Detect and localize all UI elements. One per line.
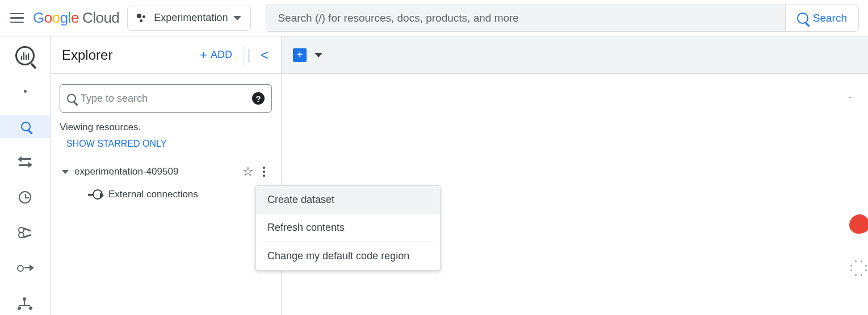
resource-tree: experimentation-409509 ☆ External connec… — [60, 160, 272, 206]
external-connections-icon — [93, 189, 103, 200]
decor-dot — [849, 97, 851, 98]
explorer-panel: Explorer + ADD ⎸< ? Viewing resources. S… — [50, 36, 282, 315]
external-label: External connections — [108, 189, 198, 200]
project-icon — [137, 13, 148, 24]
rail-dot-icon[interactable] — [0, 80, 50, 102]
star-icon[interactable]: ☆ — [242, 164, 254, 179]
tab-menu-icon[interactable] — [315, 53, 322, 57]
rail-bigquery-icon[interactable] — [0, 44, 50, 67]
search-button-label: Search — [813, 12, 847, 24]
new-tab-button[interactable]: + — [293, 48, 307, 62]
nav-rail — [0, 36, 50, 315]
global-search-button[interactable]: Search — [785, 5, 858, 31]
explorer-body: ? Viewing resources. SHOW STARRED ONLY e… — [51, 74, 281, 206]
explorer-header: Explorer + ADD ⎸< — [51, 36, 281, 74]
body: Explorer + ADD ⎸< ? Viewing resources. S… — [0, 36, 868, 315]
plus-icon: + — [200, 48, 207, 63]
tree-external-row[interactable]: External connections — [60, 183, 272, 206]
brand-cloud-text: Cloud — [82, 9, 119, 27]
expand-icon — [62, 170, 69, 174]
decor-red-blob — [849, 214, 868, 234]
menu-create-dataset[interactable]: Create dataset — [256, 186, 440, 214]
rail-pipeline-icon[interactable] — [0, 257, 50, 280]
work-area: + — [282, 36, 868, 315]
tree-project-row[interactable]: experimentation-409509 ☆ — [60, 160, 272, 183]
menu-icon[interactable] — [9, 10, 25, 26]
menu-refresh-contents[interactable]: Refresh contents — [256, 214, 440, 242]
decor-hexagon — [850, 260, 866, 275]
collapse-left-icon: ⎸< — [249, 47, 269, 63]
add-button[interactable]: + ADD — [194, 44, 238, 66]
global-search-input[interactable] — [266, 12, 785, 24]
search-icon — [797, 13, 808, 24]
brand-logo[interactable]: Google Cloud — [33, 9, 119, 27]
explorer-title: Explorer — [62, 47, 112, 63]
chevron-down-icon — [233, 16, 241, 20]
tab-strip: + — [282, 36, 868, 74]
top-bar: Google Cloud Experimentation Search — [0, 0, 868, 36]
menu-change-region[interactable]: Change my default code region — [256, 242, 440, 270]
rail-search-icon[interactable] — [0, 115, 50, 138]
global-search: Search — [266, 5, 859, 32]
project-context-menu: Create dataset Refresh contents Change m… — [255, 185, 441, 271]
rail-flow-icon[interactable] — [0, 292, 50, 315]
add-button-label: ADD — [211, 49, 232, 61]
search-icon — [67, 94, 76, 103]
collapse-explorer-button[interactable]: ⎸< — [244, 45, 273, 65]
viewing-text: Viewing resources. — [60, 122, 272, 133]
project-name: Experimentation — [154, 12, 228, 24]
explorer-search: ? — [60, 84, 272, 113]
project-label: experimentation-409509 — [74, 166, 178, 177]
rail-scissors-icon[interactable] — [0, 221, 50, 244]
help-icon[interactable]: ? — [252, 92, 265, 105]
kebab-icon[interactable] — [259, 167, 269, 177]
show-starred-link[interactable]: SHOW STARRED ONLY — [60, 139, 272, 149]
explorer-search-input[interactable] — [81, 93, 248, 105]
rail-schedule-icon[interactable] — [0, 186, 50, 209]
project-picker[interactable]: Experimentation — [127, 6, 251, 31]
rail-transfer-icon[interactable] — [0, 151, 50, 173]
